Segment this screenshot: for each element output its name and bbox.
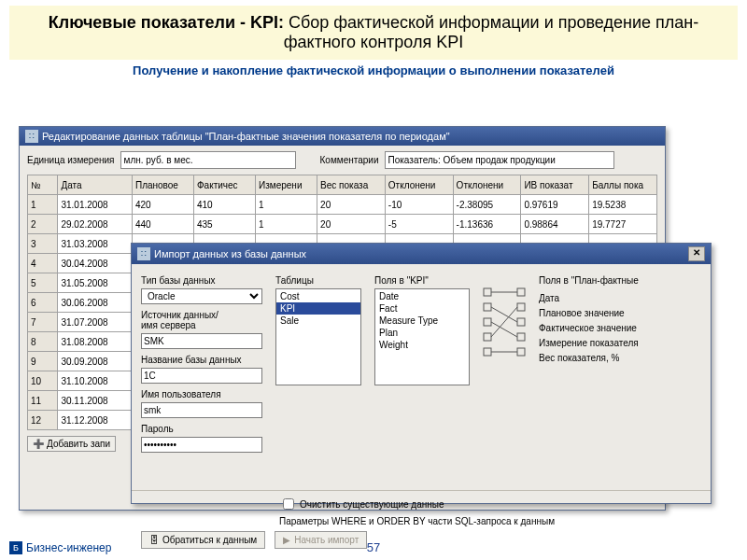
svg-rect-8 (484, 348, 491, 356)
add-row-button[interactable]: ➕ Добавить запи (27, 436, 116, 452)
edit-window-titlebar[interactable]: ∷ Редактирование данных таблицы "План-фа… (20, 127, 665, 146)
pass-label: Пароль (141, 424, 262, 434)
user-label: Имя пользователя (141, 389, 262, 399)
unit-label: Единица измерения (27, 155, 115, 165)
edit-window-title: Редактирование данных таблицы "План-факт… (42, 131, 450, 142)
target-item: Вес показателя, % (539, 350, 688, 365)
src-label: Источник данных/ имя сервера (141, 310, 262, 330)
unit-input[interactable] (120, 151, 296, 169)
import-window-title: Импорт данных из базы данных (154, 248, 306, 259)
dbname-label: Название базы данных (141, 355, 262, 365)
svg-rect-4 (484, 318, 491, 326)
list-item[interactable]: Sale (276, 315, 360, 327)
grid-header[interactable]: Баллы пока (589, 175, 657, 195)
svg-rect-0 (484, 288, 491, 296)
slide-title: Ключевые показатели - KPI: Сбор фактичес… (9, 6, 738, 60)
table-row[interactable]: 229.02.2008440435120-5-1.136360.9886419.… (28, 215, 657, 234)
page-number: 57 (0, 540, 747, 554)
tables-label: Таблицы (275, 275, 361, 286)
svg-line-12 (491, 322, 517, 337)
grid-header[interactable]: Отклонени (453, 175, 521, 195)
where-label: Параметры WHERE и ORDER BY части SQL-зап… (279, 516, 701, 526)
grid-header[interactable]: Плановое (132, 175, 193, 195)
import-window-titlebar[interactable]: ∷ Импорт данных из базы данных ✕ (132, 244, 711, 264)
target-fields: ДатаПлановое значениеФактическое значени… (539, 290, 688, 365)
list-item[interactable]: Measure Type (375, 315, 469, 327)
grid-header[interactable]: ИВ показат (521, 175, 589, 195)
src-input[interactable] (141, 333, 262, 349)
comment-input[interactable] (385, 151, 614, 169)
list-item[interactable]: Plan (375, 327, 469, 339)
add-row-label: Добавить запи (47, 439, 110, 449)
list-item[interactable]: Cost (276, 290, 360, 302)
list-item[interactable]: Date (375, 290, 469, 302)
target-item: Измерение показателя (539, 335, 688, 350)
dbname-input[interactable] (141, 368, 262, 384)
dbtype-select[interactable]: Oracle (141, 288, 262, 304)
dbtype-label: Тип базы данных (141, 275, 262, 286)
grid-header[interactable]: Вес показа (317, 175, 386, 195)
grid-header[interactable]: № (28, 175, 58, 195)
svg-rect-3 (517, 303, 525, 311)
grid-header[interactable]: Фактичес (193, 175, 255, 195)
svg-rect-6 (484, 333, 491, 341)
footer-text: Бизнес-инженер (26, 541, 111, 554)
grid-header[interactable]: Отклонени (385, 175, 453, 195)
logo-icon: Б (9, 541, 22, 554)
app-icon: ∷ (137, 247, 150, 260)
table-row[interactable]: 131.01.2008420410120-10-2.380950.9761919… (28, 195, 657, 215)
svg-line-11 (491, 307, 517, 322)
mapping-lines (483, 272, 526, 365)
plus-icon: ➕ (33, 439, 44, 449)
import-window: ∷ Импорт данных из базы данных ✕ Тип баз… (131, 243, 712, 504)
slide-title-rest: Сбор фактической информации и проведение… (284, 13, 698, 51)
svg-line-13 (491, 307, 517, 337)
target-item: Дата (539, 290, 688, 305)
target-label: Поля в "План-фактные (539, 275, 688, 286)
list-item[interactable]: Fact (375, 302, 469, 315)
svg-rect-1 (517, 288, 525, 296)
list-item[interactable]: Weight (375, 339, 469, 351)
svg-rect-7 (517, 333, 525, 341)
app-icon: ∷ (25, 130, 38, 143)
user-input[interactable] (141, 402, 262, 418)
svg-rect-2 (484, 303, 491, 311)
slide-subtitle: Получение и накопление фактической инфор… (0, 63, 747, 77)
target-item: Фактическое значение (539, 320, 688, 335)
fields-label: Поля в "KPI" (374, 275, 470, 286)
clear-checkbox[interactable] (283, 498, 294, 510)
pass-input[interactable] (141, 437, 262, 453)
clear-label: Очистить существующие данные (300, 499, 444, 510)
target-item: Плановое значение (539, 305, 688, 320)
grid-header[interactable]: Измерени (256, 175, 317, 195)
close-icon[interactable]: ✕ (688, 246, 705, 261)
grid-header[interactable]: Дата (58, 175, 132, 195)
list-item[interactable]: KPI (276, 302, 360, 315)
svg-rect-5 (517, 318, 525, 326)
slide-title-bold: Ключевые показатели - KPI: (49, 13, 284, 32)
tables-listbox[interactable]: CostKPISale (275, 288, 361, 385)
svg-rect-9 (517, 348, 525, 356)
fields-listbox[interactable]: DateFactMeasure TypePlanWeight (374, 288, 470, 385)
comment-label: Комментарии (320, 155, 379, 165)
footer: Б Бизнес-инженер (9, 541, 111, 554)
